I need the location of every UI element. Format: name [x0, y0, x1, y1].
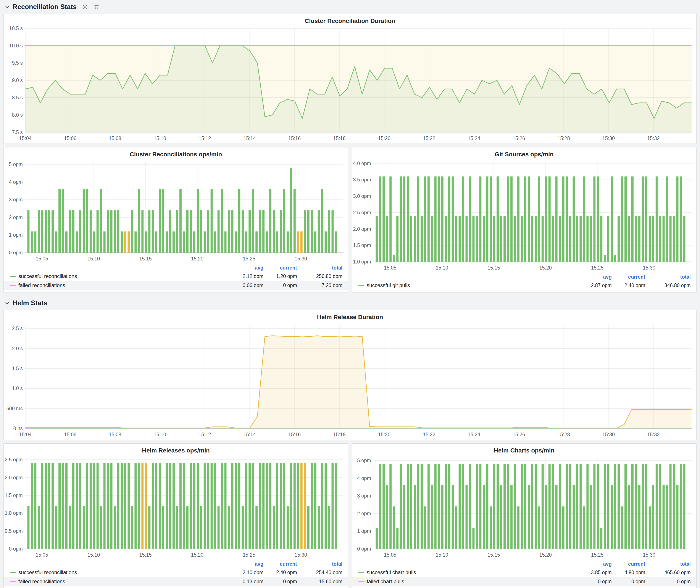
legend-header-avg[interactable]: avg — [571, 561, 612, 567]
cluster-reconciliation-duration-chart[interactable]: 7.5 s8.0 s8.5 s9.0 s9.5 s10.0 s10.5 s15:… — [4, 25, 696, 144]
legend-header-current[interactable]: current — [612, 561, 645, 567]
svg-text:5 opm: 5 opm — [357, 458, 371, 463]
legend-header-current[interactable]: current — [263, 561, 297, 567]
svg-text:3.5 opm: 3.5 opm — [353, 177, 371, 183]
panel-title[interactable]: Helm Charts ops/min — [352, 444, 696, 454]
git-sources-opm-chart[interactable]: 1.0 opm1.5 opm2.0 opm2.5 opm3.0 opm3.5 o… — [352, 158, 696, 273]
trash-icon[interactable] — [94, 4, 100, 10]
series-label[interactable]: successful reconciliations — [18, 569, 222, 575]
panel-git-sources-opm: Git Sources ops/min 1.0 opm1.5 opm2.0 op… — [352, 147, 697, 293]
series-label[interactable]: failed reconciliations — [18, 282, 222, 288]
svg-text:15:24: 15:24 — [468, 136, 480, 141]
section-header-reconciliation-stats[interactable]: Reconciliation Stats — [3, 0, 697, 14]
svg-text:0 opm: 0 opm — [357, 546, 371, 552]
svg-text:15:25: 15:25 — [591, 265, 604, 271]
panel-helm-releases-opm: Helm Releases ops/min 0 opm0.5 opm1.0 op… — [3, 443, 348, 588]
series-swatch — [10, 285, 16, 286]
svg-text:2.5 opm: 2.5 opm — [353, 210, 371, 215]
cluster-reconciliations-opm-chart[interactable]: 0 opm1 opm2 opm3 opm4 opm5 opm15:0515:10… — [4, 158, 348, 264]
svg-text:10.5 s: 10.5 s — [9, 26, 23, 31]
svg-text:15:15: 15:15 — [487, 265, 500, 271]
panel-title[interactable]: Cluster Reconciliation Duration — [4, 14, 696, 25]
section-header-helm-stats[interactable]: Helm Stats — [3, 296, 697, 310]
chevron-down-icon — [5, 5, 10, 9]
legend-header-current[interactable]: current — [263, 265, 297, 271]
helm-release-duration-chart[interactable]: 0 ns500 ms1.0 s1.5 s2.0 s2.5 s15:0415:06… — [4, 321, 696, 440]
legend-header-total[interactable]: total — [645, 274, 691, 280]
svg-text:15:22: 15:22 — [423, 136, 435, 141]
svg-text:15:20: 15:20 — [539, 552, 552, 558]
svg-text:15:10: 15:10 — [436, 552, 448, 558]
series-avg: 2.87 opm — [571, 283, 612, 288]
series-label[interactable]: successful git pulls — [367, 282, 571, 288]
svg-text:2.5 opm: 2.5 opm — [5, 457, 23, 462]
svg-text:15:15: 15:15 — [139, 552, 152, 558]
svg-text:15:30: 15:30 — [602, 136, 615, 141]
series-total: 346.80 opm — [645, 283, 691, 288]
legend-header-avg[interactable]: avg — [571, 274, 612, 280]
series-swatch — [358, 572, 364, 573]
series-total: 0 opm — [645, 579, 691, 585]
legend-header-total[interactable]: total — [297, 265, 342, 271]
series-total: 15.60 opm — [297, 579, 342, 585]
series-label[interactable]: successful chart pulls — [367, 569, 571, 575]
svg-text:8.5 s: 8.5 s — [12, 95, 23, 100]
legend-header-avg[interactable]: avg — [222, 265, 263, 271]
chevron-down-icon — [5, 301, 10, 305]
legend-row: failed reconciliations 0.13 opm 0 opm 15… — [4, 577, 348, 586]
panel-title[interactable]: Helm Releases ops/min — [4, 444, 348, 454]
legend-header-current[interactable]: current — [612, 274, 645, 280]
svg-text:15:06: 15:06 — [64, 136, 76, 141]
svg-text:15:20: 15:20 — [378, 136, 390, 141]
panel-title[interactable]: Helm Release Duration — [4, 310, 696, 321]
series-avg: 2.12 opm — [222, 273, 263, 279]
svg-text:15:10: 15:10 — [154, 432, 166, 437]
svg-text:15:20: 15:20 — [539, 265, 552, 271]
svg-text:3.0 opm: 3.0 opm — [353, 193, 371, 199]
dashboard: Reconciliation Stats Cluster Reconciliat… — [0, 0, 700, 588]
svg-text:15:30: 15:30 — [602, 432, 615, 437]
svg-text:15:05: 15:05 — [384, 552, 397, 558]
svg-text:0 ns: 0 ns — [13, 426, 23, 431]
series-current: 1.20 opm — [263, 273, 297, 279]
legend-header-avg[interactable]: avg — [222, 561, 263, 567]
series-total: 254.40 opm — [297, 570, 342, 575]
legend: avg current total successful reconciliat… — [4, 264, 348, 292]
svg-text:15:24: 15:24 — [468, 432, 480, 437]
series-swatch — [358, 285, 364, 286]
series-label[interactable]: failed chart pulls — [367, 578, 571, 585]
series-swatch — [10, 276, 16, 277]
svg-text:15:26: 15:26 — [513, 136, 525, 141]
panel-cluster-reconciliations-opm: Cluster Reconciliations ops/min 0 opm1 o… — [3, 147, 348, 293]
svg-text:15:30: 15:30 — [643, 265, 655, 271]
series-label[interactable]: successful reconciliations — [18, 273, 222, 279]
legend-header: avg current total — [352, 273, 696, 281]
legend-header-total[interactable]: total — [645, 561, 691, 567]
panel-cluster-reconciliation-duration: Cluster Reconciliation Duration 7.5 s8.0… — [3, 14, 697, 144]
series-avg: 2.10 opm — [222, 570, 263, 575]
svg-text:15:20: 15:20 — [378, 432, 390, 437]
series-swatch — [10, 581, 16, 582]
series-current: 4.80 opm — [612, 570, 645, 575]
helm-charts-opm-chart[interactable]: 0 opm1 opm2 opm3 opm4 opm5 opm15:0515:10… — [352, 454, 696, 560]
svg-text:1 opm: 1 opm — [9, 232, 23, 238]
legend-header-total[interactable]: total — [297, 561, 342, 567]
gear-icon[interactable] — [82, 4, 88, 10]
legend-header: avg current total — [4, 264, 348, 272]
svg-text:15:10: 15:10 — [87, 256, 100, 262]
svg-text:15:08: 15:08 — [109, 136, 121, 141]
series-current: 0 opm — [612, 579, 645, 585]
helm-releases-opm-chart[interactable]: 0 opm0.5 opm1.0 opm1.5 opm2.0 opm2.5 opm… — [4, 454, 348, 560]
svg-text:8.0 s: 8.0 s — [12, 112, 23, 118]
legend: avg current total successful chart pulls… — [352, 560, 696, 588]
panel-helm-charts-opm: Helm Charts ops/min 0 opm1 opm2 opm3 opm… — [352, 443, 697, 588]
series-total: 465.60 opm — [645, 570, 691, 575]
svg-text:15:05: 15:05 — [36, 256, 48, 262]
panel-title[interactable]: Cluster Reconciliations ops/min — [4, 147, 348, 158]
section-title: Reconciliation Stats — [13, 3, 77, 11]
svg-text:4 opm: 4 opm — [357, 475, 371, 481]
panel-title[interactable]: Git Sources ops/min — [352, 147, 696, 158]
series-label[interactable]: failed reconciliations — [18, 578, 222, 585]
svg-text:7.5 s: 7.5 s — [12, 129, 23, 135]
legend: avg current total successful reconciliat… — [4, 560, 348, 588]
